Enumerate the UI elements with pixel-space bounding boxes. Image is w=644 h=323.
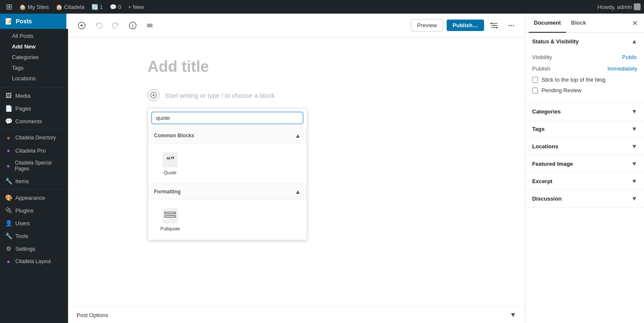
locations-toggle: ▼ [631,143,637,150]
sidebar-item-media[interactable]: 🖼 Media [0,89,68,102]
sidebar-item-plugins[interactable]: 🔌 Plugins [0,204,68,217]
svg-text:❝❞: ❝❞ [166,156,175,164]
inline-add-block-button[interactable] [148,89,160,101]
sidebar-item-citadela-special[interactable]: ● Citadela Special Pages [0,157,68,175]
tags-section: Tags ▼ [525,120,644,138]
comments-icon: 💬 [110,4,117,10]
categories-section: Categories ▼ [525,103,644,120]
sidebar-divider-1 [0,87,68,88]
info-button[interactable] [126,19,140,32]
site-name-link[interactable]: 🏠 Citadela [53,0,87,14]
sidebar-item-citadela-pro[interactable]: ● Citadela Pro [0,144,68,157]
editor-inner: Add title Start writing or type / to cho… [139,54,454,241]
featured-image-header[interactable]: Featured Image ▼ [525,155,644,172]
discussion-section: Discussion ▼ [525,190,644,207]
svg-point-14 [513,25,514,26]
settings-panel-button[interactable] [487,19,501,32]
sidebar-item-appearance[interactable]: 🎨 Appearance [0,191,68,204]
more-options-button[interactable] [143,19,157,32]
stick-to-top-checkbox[interactable] [532,77,538,83]
sidebar-item-settings[interactable]: ⚙ Settings [0,242,68,255]
tags-header[interactable]: Tags ▼ [525,120,644,137]
categories-header[interactable]: Categories ▼ [525,103,644,120]
items-icon: 🔧 [5,178,12,184]
status-visibility-header[interactable]: Status & Visibility ▲ [525,33,644,50]
more-panel-button[interactable] [504,19,518,32]
tab-block[interactable]: Block [566,14,591,33]
sidebar-item-add-new[interactable]: Add New [0,41,68,52]
common-blocks-section: Common Blocks ▲ ❝❞ Quote [148,128,307,184]
redo-button[interactable] [109,19,123,32]
main-content: Preview Publish… [68,14,525,323]
sidebar-item-items[interactable]: 🔧 Items [0,175,68,187]
citadela-special-icon: ● [5,162,11,169]
discussion-header[interactable]: Discussion ▼ [525,190,644,207]
featured-image-toggle: ▼ [631,160,637,167]
visibility-value[interactable]: Public [622,54,637,60]
post-options-bar[interactable]: Post Options ▼ [68,306,525,323]
sidebar-item-tags[interactable]: Tags [0,62,68,73]
panel-content: Status & Visibility ▲ Visibility Public … [525,33,644,323]
block-item-pullquote[interactable]: Pullquote [153,205,187,235]
sidebar-divider-3 [0,189,68,190]
svg-point-13 [511,25,512,26]
sidebar-item-all-posts[interactable]: All Posts [0,31,68,41]
block-item-quote[interactable]: ❝❞ Quote [153,149,187,178]
appearance-icon: 🎨 [5,194,12,201]
add-block-button[interactable] [75,19,88,32]
sidebar-posts-header[interactable]: 📝 Posts [0,14,68,29]
svg-rect-20 [165,215,176,217]
citadela-pro-icon: ● [5,147,12,154]
home-icon: 🏠 [19,4,26,10]
sidebar-item-categories[interactable]: Categories [0,52,68,62]
plugins-icon: 🔌 [5,207,12,214]
publish-row: Publish Immediately [532,63,637,74]
tab-document[interactable]: Document [529,14,566,33]
updates-link[interactable]: 🔄 1 [89,0,105,14]
sidebar-item-users[interactable]: 👤 Users [0,217,68,230]
sidebar-item-tools[interactable]: 🔧 Tools [0,230,68,242]
sidebar-item-pages[interactable]: 📄 Pages [0,102,68,115]
publish-button[interactable]: Publish… [447,20,484,31]
sidebar-item-citadela-layout[interactable]: ● Citadela Layout [0,255,68,268]
sidebar-item-citadela-directory[interactable]: ● Citadela Directory [0,131,68,144]
locations-section: Locations ▼ [525,138,644,155]
post-title-input[interactable]: Add title [148,54,445,79]
site-icon: 🏠 [56,4,63,10]
wp-logo[interactable]: ⊞ [3,0,15,14]
my-sites-link[interactable]: 🏠 My Sites [17,0,51,14]
right-panel-tabs: Document Block ✕ [525,14,644,33]
users-icon: 👤 [5,220,12,227]
pages-icon: 📄 [5,105,12,112]
featured-image-section: Featured Image ▼ [525,155,644,173]
locations-header[interactable]: Locations ▼ [525,138,644,155]
formatting-toggle[interactable]: ▲ [295,188,301,195]
svg-rect-19 [165,212,176,214]
sidebar: 📝 Posts All Posts Add New Categories Tag… [0,14,68,323]
excerpt-header[interactable]: Excerpt ▼ [525,173,644,190]
pending-review-label: Pending Review [541,87,581,94]
sidebar-item-locations-posts[interactable]: Locations [0,73,68,84]
block-search-area [148,108,307,128]
stick-to-top-label: Stick to the top of the blog [541,76,605,83]
comments-link[interactable]: 💬 0 [107,0,124,14]
common-blocks-header[interactable]: Common Blocks ▲ [148,128,307,144]
common-blocks-toggle[interactable]: ▲ [295,132,301,139]
svg-point-12 [509,25,510,26]
wp-icon: ⊞ [6,2,12,11]
updates-icon: 🔄 [91,4,98,10]
quote-block-icon: ❝❞ [162,152,178,167]
svg-rect-11 [496,27,498,28]
admin-bar-right: Howdy, admin [598,3,641,10]
formatting-items: Pullquote [148,200,307,240]
close-panel-button[interactable]: ✕ [629,17,641,29]
undo-button[interactable] [92,19,105,32]
sidebar-item-comments[interactable]: 💬 Comments [0,115,68,128]
status-visibility-section: Status & Visibility ▲ Visibility Public … [525,33,644,103]
block-search-input[interactable] [151,112,303,124]
preview-button[interactable]: Preview [411,19,443,31]
pending-review-checkbox[interactable] [532,88,538,94]
publish-value[interactable]: Immediately [607,65,637,72]
formatting-header[interactable]: Formatting ▲ [148,184,307,200]
new-content-link[interactable]: + New [125,0,146,14]
